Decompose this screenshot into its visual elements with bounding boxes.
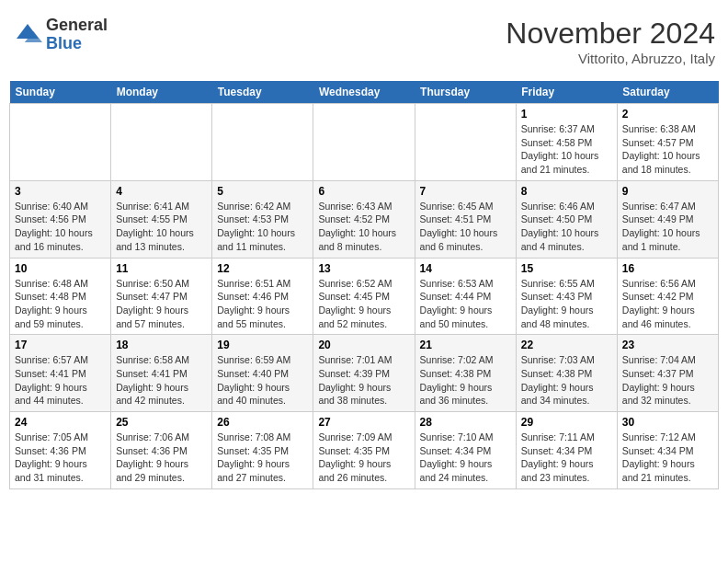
- calendar-cell: 11Sunrise: 6:50 AM Sunset: 4:47 PM Dayli…: [111, 258, 212, 335]
- day-info: Sunrise: 6:46 AM Sunset: 4:50 PM Dayligh…: [521, 200, 612, 254]
- weekday-header-friday: Friday: [516, 81, 617, 104]
- day-info: Sunrise: 7:01 AM Sunset: 4:39 PM Dayligh…: [318, 353, 409, 408]
- day-info: Sunrise: 7:04 AM Sunset: 4:37 PM Dayligh…: [622, 353, 713, 408]
- calendar-cell: [212, 104, 313, 181]
- weekday-header-tuesday: Tuesday: [212, 81, 313, 104]
- calendar-cell: 16Sunrise: 6:56 AM Sunset: 4:42 PM Dayli…: [617, 258, 718, 335]
- day-number: 11: [116, 262, 207, 275]
- calendar-cell: 12Sunrise: 6:51 AM Sunset: 4:46 PM Dayli…: [212, 258, 313, 335]
- day-number: 21: [420, 339, 511, 351]
- day-number: 29: [521, 416, 612, 429]
- calendar-cell: 2Sunrise: 6:38 AM Sunset: 4:57 PM Daylig…: [617, 104, 718, 181]
- day-number: 24: [15, 416, 106, 429]
- calendar-cell: 29Sunrise: 7:11 AM Sunset: 4:34 PM Dayli…: [516, 412, 617, 489]
- calendar-week-row: 24Sunrise: 7:05 AM Sunset: 4:36 PM Dayli…: [10, 412, 719, 489]
- weekday-header-thursday: Thursday: [415, 81, 516, 104]
- logo-general-text: General: [46, 17, 108, 35]
- calendar-week-row: 17Sunrise: 6:57 AM Sunset: 4:41 PM Dayli…: [10, 335, 719, 412]
- weekday-header-saturday: Saturday: [617, 81, 718, 104]
- calendar-cell: 27Sunrise: 7:09 AM Sunset: 4:35 PM Dayli…: [313, 412, 415, 489]
- page-header: General Blue November 2024 Vittorito, Ab…: [9, 9, 719, 74]
- day-number: 20: [318, 339, 409, 351]
- day-info: Sunrise: 6:47 AM Sunset: 4:49 PM Dayligh…: [622, 200, 713, 254]
- day-info: Sunrise: 7:02 AM Sunset: 4:38 PM Dayligh…: [420, 353, 511, 408]
- calendar-cell: 20Sunrise: 7:01 AM Sunset: 4:39 PM Dayli…: [313, 335, 415, 412]
- day-number: 6: [318, 185, 409, 198]
- calendar-cell: 26Sunrise: 7:08 AM Sunset: 4:35 PM Dayli…: [212, 412, 313, 489]
- calendar-cell: 19Sunrise: 6:59 AM Sunset: 4:40 PM Dayli…: [212, 335, 313, 412]
- calendar-cell: 1Sunrise: 6:37 AM Sunset: 4:58 PM Daylig…: [516, 104, 617, 181]
- calendar-cell: 23Sunrise: 7:04 AM Sunset: 4:37 PM Dayli…: [617, 335, 718, 412]
- day-number: 28: [420, 416, 511, 429]
- month-title: November 2024: [506, 17, 715, 51]
- calendar-cell: 10Sunrise: 6:48 AM Sunset: 4:48 PM Dayli…: [10, 258, 111, 335]
- logo-icon: [13, 20, 42, 50]
- calendar-cell: 18Sunrise: 6:58 AM Sunset: 4:41 PM Dayli…: [111, 335, 212, 412]
- calendar-cell: 5Sunrise: 6:42 AM Sunset: 4:53 PM Daylig…: [212, 180, 313, 258]
- weekday-header-row: SundayMondayTuesdayWednesdayThursdayFrid…: [10, 81, 719, 104]
- day-number: 5: [217, 185, 308, 198]
- day-number: 9: [622, 185, 713, 198]
- calendar-cell: 24Sunrise: 7:05 AM Sunset: 4:36 PM Dayli…: [10, 412, 111, 489]
- day-number: 17: [15, 339, 106, 351]
- calendar-cell: 14Sunrise: 6:53 AM Sunset: 4:44 PM Dayli…: [415, 258, 516, 335]
- calendar-table: SundayMondayTuesdayWednesdayThursdayFrid…: [9, 81, 719, 489]
- calendar-week-row: 1Sunrise: 6:37 AM Sunset: 4:58 PM Daylig…: [10, 104, 719, 181]
- calendar-cell: [10, 104, 111, 181]
- calendar-cell: 15Sunrise: 6:55 AM Sunset: 4:43 PM Dayli…: [516, 258, 617, 335]
- day-info: Sunrise: 6:41 AM Sunset: 4:55 PM Dayligh…: [116, 200, 207, 254]
- day-info: Sunrise: 7:09 AM Sunset: 4:35 PM Dayligh…: [318, 431, 409, 485]
- day-number: 22: [521, 339, 612, 351]
- logo-text: General Blue: [46, 17, 108, 53]
- day-info: Sunrise: 7:06 AM Sunset: 4:36 PM Dayligh…: [116, 431, 207, 485]
- title-block: November 2024 Vittorito, Abruzzo, Italy: [506, 17, 715, 66]
- day-info: Sunrise: 6:51 AM Sunset: 4:46 PM Dayligh…: [217, 277, 308, 331]
- day-number: 14: [420, 262, 511, 275]
- day-info: Sunrise: 6:56 AM Sunset: 4:42 PM Dayligh…: [622, 277, 713, 331]
- day-info: Sunrise: 7:11 AM Sunset: 4:34 PM Dayligh…: [521, 431, 612, 485]
- calendar-cell: 22Sunrise: 7:03 AM Sunset: 4:38 PM Dayli…: [516, 335, 617, 412]
- day-info: Sunrise: 6:52 AM Sunset: 4:45 PM Dayligh…: [318, 277, 409, 331]
- day-number: 4: [116, 185, 207, 198]
- calendar-cell: 25Sunrise: 7:06 AM Sunset: 4:36 PM Dayli…: [111, 412, 212, 489]
- calendar-cell: 7Sunrise: 6:45 AM Sunset: 4:51 PM Daylig…: [415, 180, 516, 258]
- day-info: Sunrise: 7:05 AM Sunset: 4:36 PM Dayligh…: [15, 431, 106, 485]
- day-number: 8: [521, 185, 612, 198]
- logo-blue-text: Blue: [46, 35, 108, 53]
- logo: General Blue: [13, 17, 108, 53]
- day-number: 19: [217, 339, 308, 351]
- day-number: 30: [622, 416, 713, 429]
- day-info: Sunrise: 6:40 AM Sunset: 4:56 PM Dayligh…: [15, 200, 106, 254]
- day-info: Sunrise: 6:38 AM Sunset: 4:57 PM Dayligh…: [622, 122, 713, 177]
- day-info: Sunrise: 6:55 AM Sunset: 4:43 PM Dayligh…: [521, 277, 612, 331]
- calendar-cell: 3Sunrise: 6:40 AM Sunset: 4:56 PM Daylig…: [10, 180, 111, 258]
- calendar-body: 1Sunrise: 6:37 AM Sunset: 4:58 PM Daylig…: [10, 104, 719, 489]
- weekday-header-wednesday: Wednesday: [313, 81, 415, 104]
- day-number: 13: [318, 262, 409, 275]
- day-info: Sunrise: 7:12 AM Sunset: 4:34 PM Dayligh…: [622, 431, 713, 485]
- day-info: Sunrise: 6:37 AM Sunset: 4:58 PM Dayligh…: [521, 122, 612, 177]
- day-info: Sunrise: 6:45 AM Sunset: 4:51 PM Dayligh…: [420, 200, 511, 254]
- day-number: 12: [217, 262, 308, 275]
- calendar-cell: 30Sunrise: 7:12 AM Sunset: 4:34 PM Dayli…: [617, 412, 718, 489]
- calendar-cell: [111, 104, 212, 181]
- calendar-cell: 13Sunrise: 6:52 AM Sunset: 4:45 PM Dayli…: [313, 258, 415, 335]
- calendar-cell: 28Sunrise: 7:10 AM Sunset: 4:34 PM Dayli…: [415, 412, 516, 489]
- day-info: Sunrise: 6:50 AM Sunset: 4:47 PM Dayligh…: [116, 277, 207, 331]
- calendar-week-row: 10Sunrise: 6:48 AM Sunset: 4:48 PM Dayli…: [10, 258, 719, 335]
- day-number: 15: [521, 262, 612, 275]
- calendar-cell: 6Sunrise: 6:43 AM Sunset: 4:52 PM Daylig…: [313, 180, 415, 258]
- calendar-header: SundayMondayTuesdayWednesdayThursdayFrid…: [10, 81, 719, 104]
- day-info: Sunrise: 6:53 AM Sunset: 4:44 PM Dayligh…: [420, 277, 511, 331]
- calendar-week-row: 3Sunrise: 6:40 AM Sunset: 4:56 PM Daylig…: [10, 180, 719, 258]
- calendar-cell: 17Sunrise: 6:57 AM Sunset: 4:41 PM Dayli…: [10, 335, 111, 412]
- day-number: 3: [15, 185, 106, 198]
- day-number: 2: [622, 108, 713, 121]
- day-number: 23: [622, 339, 713, 351]
- day-number: 10: [15, 262, 106, 275]
- day-number: 16: [622, 262, 713, 275]
- day-info: Sunrise: 6:58 AM Sunset: 4:41 PM Dayligh…: [116, 353, 207, 408]
- calendar-cell: 4Sunrise: 6:41 AM Sunset: 4:55 PM Daylig…: [111, 180, 212, 258]
- calendar-cell: 8Sunrise: 6:46 AM Sunset: 4:50 PM Daylig…: [516, 180, 617, 258]
- weekday-header-sunday: Sunday: [10, 81, 111, 104]
